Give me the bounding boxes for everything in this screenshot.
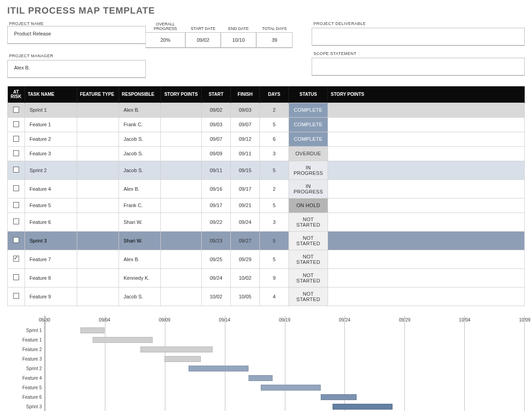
status-cell[interactable]: COMPLETE <box>289 132 328 146</box>
task-name-cell[interactable]: Feature 3 <box>25 146 77 161</box>
status-cell[interactable]: OVERDUE <box>289 146 328 161</box>
responsible-cell[interactable]: Shari W. <box>119 231 161 250</box>
start-cell[interactable]: 09/25 <box>202 250 231 268</box>
status-cell[interactable]: NOT STARTED <box>289 287 328 306</box>
finish-cell[interactable]: 09/12 <box>231 132 260 146</box>
responsible-cell[interactable]: Kennedy K. <box>119 268 161 287</box>
story-points-cell[interactable] <box>161 287 202 306</box>
story-points-cell[interactable] <box>161 117 202 132</box>
project-deliverable-field[interactable] <box>312 28 525 46</box>
checkbox-icon[interactable] <box>13 167 19 173</box>
scope-statement-field[interactable] <box>312 58 525 76</box>
checkbox-icon[interactable] <box>13 202 19 208</box>
story-points-cell[interactable] <box>161 231 202 250</box>
finish-cell[interactable]: 09/07 <box>231 117 260 132</box>
task-name-cell[interactable]: Feature 1 <box>25 117 77 132</box>
start-cell[interactable]: 09/24 <box>202 268 231 287</box>
days-cell[interactable]: 9 <box>260 268 289 287</box>
days-cell[interactable]: 3 <box>260 146 289 161</box>
days-cell[interactable]: 5 <box>260 198 289 213</box>
task-name-cell[interactable]: Sprint 2 <box>25 161 77 179</box>
days-cell[interactable]: 6 <box>260 132 289 146</box>
project-manager-field[interactable]: Alex B. <box>7 60 146 78</box>
responsible-cell[interactable]: Alex B. <box>119 179 161 198</box>
task-name-cell[interactable]: Feature 9 <box>25 287 77 306</box>
responsible-cell[interactable]: Jacob S. <box>119 146 161 161</box>
end-date-value[interactable]: 10/10 <box>221 32 256 48</box>
story-points-2-cell[interactable] <box>328 268 525 287</box>
responsible-cell[interactable]: Jacob S. <box>119 161 161 179</box>
status-cell[interactable]: NOT STARTED <box>289 268 328 287</box>
responsible-cell[interactable]: Alex B. <box>119 103 161 117</box>
task-name-cell[interactable]: Sprint 1 <box>25 103 77 117</box>
story-points-2-cell[interactable] <box>328 250 525 268</box>
at-risk-cell[interactable] <box>8 268 25 287</box>
checkbox-icon[interactable] <box>13 293 19 299</box>
finish-cell[interactable]: 09/29 <box>231 250 260 268</box>
responsible-cell[interactable]: Frank C. <box>119 117 161 132</box>
status-cell[interactable]: NOT STARTED <box>289 231 328 250</box>
checkbox-icon[interactable] <box>13 107 19 113</box>
days-cell[interactable]: 3 <box>260 213 289 231</box>
story-points-2-cell[interactable] <box>328 117 525 132</box>
status-cell[interactable]: NOT STARTED <box>289 250 328 268</box>
feature-type-cell[interactable] <box>77 103 119 117</box>
story-points-2-cell[interactable] <box>328 103 525 117</box>
at-risk-cell[interactable] <box>8 161 25 179</box>
status-cell[interactable]: NOT STARTED <box>289 213 328 231</box>
at-risk-cell[interactable] <box>8 146 25 161</box>
story-points-cell[interactable] <box>161 198 202 213</box>
story-points-cell[interactable] <box>161 213 202 231</box>
overall-progress-value[interactable]: 20% <box>145 32 185 48</box>
start-cell[interactable]: 09/03 <box>202 117 231 132</box>
task-name-cell[interactable]: Feature 7 <box>25 250 77 268</box>
story-points-cell[interactable] <box>161 250 202 268</box>
checkbox-icon[interactable] <box>13 237 19 243</box>
story-points-2-cell[interactable] <box>328 161 525 179</box>
finish-cell[interactable]: 09/11 <box>231 146 260 161</box>
status-cell[interactable]: COMPLETE <box>289 103 328 117</box>
task-name-cell[interactable]: Feature 8 <box>25 268 77 287</box>
project-name-field[interactable]: Product Release <box>7 26 146 44</box>
story-points-2-cell[interactable] <box>328 213 525 231</box>
checkbox-icon[interactable] <box>13 274 19 280</box>
responsible-cell[interactable]: Alex B. <box>119 250 161 268</box>
responsible-cell[interactable]: Jacob S. <box>119 132 161 146</box>
start-cell[interactable]: 09/23 <box>202 231 231 250</box>
story-points-2-cell[interactable] <box>328 287 525 306</box>
at-risk-cell[interactable] <box>8 287 25 306</box>
feature-type-cell[interactable] <box>77 161 119 179</box>
start-cell[interactable]: 10/02 <box>202 287 231 306</box>
story-points-cell[interactable] <box>161 179 202 198</box>
story-points-cell[interactable] <box>161 132 202 146</box>
start-cell[interactable]: 09/11 <box>202 161 231 179</box>
finish-cell[interactable]: 09/15 <box>231 161 260 179</box>
start-cell[interactable]: 09/07 <box>202 132 231 146</box>
feature-type-cell[interactable] <box>77 179 119 198</box>
start-cell[interactable]: 09/22 <box>202 213 231 231</box>
finish-cell[interactable]: 09/24 <box>231 213 260 231</box>
status-cell[interactable]: ON HOLD <box>289 198 328 213</box>
task-name-cell[interactable]: Feature 6 <box>25 213 77 231</box>
start-cell[interactable]: 09/02 <box>202 103 231 117</box>
days-cell[interactable]: 5 <box>260 161 289 179</box>
status-cell[interactable]: IN PROGRESS <box>289 161 328 179</box>
finish-cell[interactable]: 09/03 <box>231 103 260 117</box>
task-name-cell[interactable]: Feature 5 <box>25 198 77 213</box>
checkbox-icon[interactable] <box>13 256 19 262</box>
at-risk-cell[interactable] <box>8 231 25 250</box>
start-cell[interactable]: 09/16 <box>202 179 231 198</box>
story-points-2-cell[interactable] <box>328 132 525 146</box>
story-points-2-cell[interactable] <box>328 179 525 198</box>
total-days-value[interactable]: 39 <box>256 32 293 48</box>
days-cell[interactable]: 2 <box>260 179 289 198</box>
story-points-cell[interactable] <box>161 161 202 179</box>
days-cell[interactable]: 5 <box>260 117 289 132</box>
at-risk-cell[interactable] <box>8 103 25 117</box>
responsible-cell[interactable]: Shari W. <box>119 213 161 231</box>
finish-cell[interactable]: 09/27 <box>231 231 260 250</box>
feature-type-cell[interactable] <box>77 287 119 306</box>
start-date-value[interactable]: 09/02 <box>185 32 221 48</box>
responsible-cell[interactable]: Frank C. <box>119 198 161 213</box>
checkbox-icon[interactable] <box>13 121 19 127</box>
